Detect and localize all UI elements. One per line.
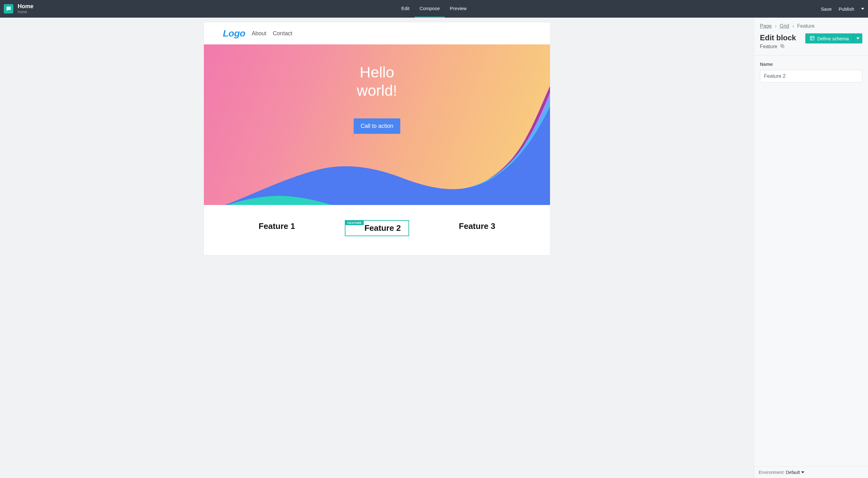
canvas-area[interactable]: Logo About Contact (0, 18, 754, 478)
page-titles: Home home (18, 3, 33, 14)
topbar: Home home Edit Compose Preview Save Publ… (0, 0, 868, 18)
define-schema-label: Define schema (817, 36, 849, 41)
environment-label: Environment: (758, 470, 784, 475)
app-logo-icon[interactable] (4, 4, 13, 13)
hero-title-line2[interactable]: world! (204, 81, 550, 100)
save-button[interactable]: Save (821, 6, 832, 12)
feature-2-label: Feature 2 (364, 223, 401, 233)
top-tabs: Edit Compose Preview (396, 0, 471, 18)
breadcrumb-page[interactable]: Page (760, 23, 772, 29)
chevron-right-icon: › (775, 23, 776, 29)
hero-cta-button[interactable]: Call to action (353, 118, 400, 134)
breadcrumb: Page › Grid › Feature (760, 23, 862, 29)
page-slug: home (18, 10, 33, 14)
nav-link-contact[interactable]: Contact (273, 30, 292, 37)
hero-section[interactable]: Hello world! Call to action (204, 44, 550, 205)
edit-block-subtitle: Feature (760, 44, 777, 49)
caret-down-icon (856, 37, 860, 39)
feature-3[interactable]: Feature 3 (456, 220, 498, 236)
site-logo[interactable]: Logo (223, 28, 245, 39)
copy-icon[interactable] (780, 43, 785, 50)
tab-compose[interactable]: Compose (414, 0, 445, 18)
tab-preview[interactable]: Preview (445, 0, 471, 18)
tab-edit[interactable]: Edit (396, 0, 414, 18)
schema-icon (810, 36, 815, 41)
sidebar-divider (754, 56, 868, 56)
name-field-input[interactable] (760, 70, 862, 82)
features-row: Feature 1 FEATURE Feature 2 Feature 3 (204, 205, 550, 255)
chevron-right-icon: › (793, 23, 794, 29)
hero-title-line1[interactable]: Hello (204, 63, 550, 81)
feature-2-selected[interactable]: FEATURE Feature 2 (345, 220, 409, 236)
page-canvas: Logo About Contact (204, 22, 550, 255)
breadcrumb-current: Feature (797, 23, 814, 29)
name-field-label: Name (760, 61, 862, 67)
publish-dropdown-icon[interactable] (861, 8, 864, 10)
feature-tag-label: FEATURE (345, 221, 363, 225)
edit-block-title: Edit block (760, 33, 796, 42)
define-schema-dropdown[interactable] (854, 33, 862, 43)
caret-down-icon (801, 471, 804, 473)
environment-switcher[interactable]: Environment: Default (754, 466, 868, 478)
right-sidebar: Page › Grid › Feature Edit block Feature (754, 18, 868, 478)
site-nav: Logo About Contact (204, 22, 550, 44)
svg-rect-2 (810, 36, 814, 40)
publish-button[interactable]: Publish (839, 6, 854, 12)
breadcrumb-grid[interactable]: Grid (780, 23, 789, 29)
feature-1[interactable]: Feature 1 (256, 220, 298, 236)
define-schema-button[interactable]: Define schema (805, 33, 862, 43)
page-title: Home (18, 3, 33, 10)
environment-value: Default (786, 470, 800, 475)
nav-link-about[interactable]: About (251, 30, 266, 37)
